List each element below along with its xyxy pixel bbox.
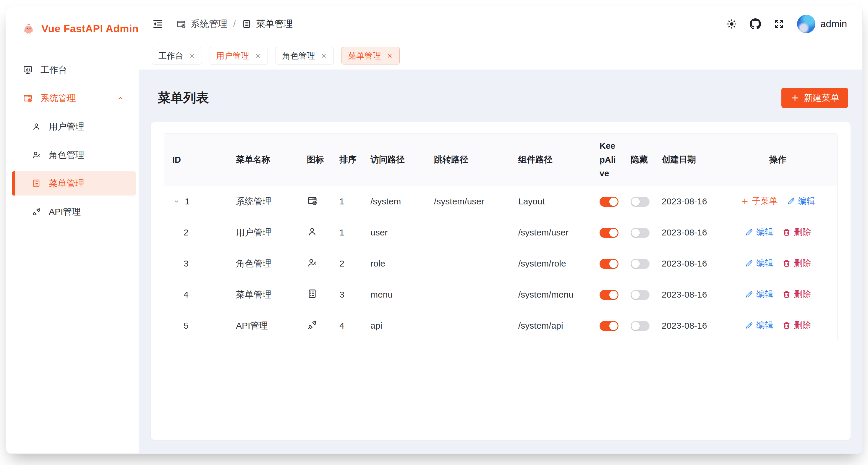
- breadcrumb-item-menus[interactable]: 菜单管理: [242, 18, 293, 30]
- cell-name: 系统管理: [228, 186, 299, 217]
- tab-menus[interactable]: 菜单管理: [341, 47, 400, 64]
- tab-users[interactable]: 用户管理: [210, 47, 268, 64]
- delete-button[interactable]: 删除: [782, 319, 811, 331]
- menu-list-icon: [307, 288, 317, 299]
- close-icon[interactable]: [189, 52, 195, 59]
- table-row: 4 菜单管理 3 menu /system/menu 2023-08-16: [164, 279, 837, 310]
- user-menu[interactable]: admin: [797, 15, 847, 33]
- hidden-toggle[interactable]: [630, 290, 650, 300]
- theme-sun-icon[interactable]: [726, 18, 737, 30]
- cell-order: 1: [331, 217, 362, 248]
- cell-component: /system/menu: [510, 279, 591, 310]
- window-settings-icon: [23, 93, 33, 103]
- monitor-icon: [23, 65, 33, 75]
- cell-order: 1: [331, 186, 362, 217]
- col-created: 创建日期: [653, 134, 718, 186]
- app-logo[interactable]: Vue FastAPI Admin: [6, 6, 138, 51]
- add-submenu-button[interactable]: 子菜单: [741, 195, 778, 207]
- pencil-icon: [745, 259, 753, 268]
- user-icon: [307, 226, 317, 237]
- cell-order: 3: [331, 279, 362, 310]
- tab-workbench[interactable]: 工作台: [152, 47, 202, 64]
- col-path: 访问路径: [362, 134, 426, 186]
- close-icon[interactable]: [254, 52, 261, 59]
- sidebar: Vue FastAPI Admin 工作台 系统管理 用户管理 角色管理: [6, 6, 139, 454]
- menu-list-icon: [32, 179, 41, 188]
- keepalive-toggle[interactable]: [599, 259, 618, 269]
- hidden-toggle[interactable]: [630, 197, 650, 207]
- app-title: Vue FastAPI Admin: [41, 23, 138, 35]
- create-menu-button[interactable]: 新建菜单: [781, 88, 848, 108]
- cell-id: 3: [173, 259, 189, 269]
- cell-name: 角色管理: [228, 248, 299, 279]
- cell-created: 2023-08-16: [653, 186, 718, 217]
- window-settings-icon: [176, 19, 186, 29]
- keepalive-toggle[interactable]: [599, 197, 618, 207]
- hidden-toggle[interactable]: [630, 259, 650, 269]
- menu-fold-icon[interactable]: [152, 18, 164, 30]
- plus-icon: [741, 197, 749, 206]
- table-frame: ID 菜单名称 图标 排序 访问路径 跳转路径 组件路径 KeepAlive 隐…: [164, 134, 838, 341]
- cell-path: menu: [362, 279, 426, 310]
- user-arrow-icon: [32, 150, 41, 160]
- sidebar-item-users[interactable]: 用户管理: [6, 114, 138, 139]
- sidebar-menu: 工作台 系统管理 用户管理 角色管理 菜单管理 API管理: [6, 51, 138, 228]
- row-expand-chevron-down-icon[interactable]: [173, 197, 181, 206]
- sidebar-item-system[interactable]: 系统管理: [6, 86, 138, 110]
- app-window: Vue FastAPI Admin 工作台 系统管理 用户管理 角色管理: [6, 6, 863, 454]
- edit-button[interactable]: 编辑: [787, 195, 815, 207]
- delete-button[interactable]: 删除: [782, 257, 811, 269]
- col-hidden: 隐藏: [622, 134, 653, 186]
- col-component: 组件路径: [510, 134, 591, 186]
- cell-id: 1: [185, 196, 190, 206]
- avatar: [797, 15, 815, 33]
- keepalive-toggle[interactable]: [599, 321, 618, 331]
- delete-button[interactable]: 删除: [782, 226, 811, 238]
- cell-redirect: [426, 248, 510, 279]
- delete-button[interactable]: 删除: [782, 288, 811, 300]
- cell-id: 2: [173, 228, 189, 237]
- sidebar-item-label: 工作台: [40, 64, 67, 76]
- content: 菜单列表 新建菜单 I: [139, 69, 862, 454]
- hidden-toggle[interactable]: [630, 321, 650, 331]
- close-icon[interactable]: [320, 52, 327, 59]
- plug-icon: [307, 319, 317, 330]
- edit-button[interactable]: 编辑: [745, 257, 773, 269]
- col-actions: 操作: [718, 134, 837, 186]
- chevron-up-icon: [116, 94, 125, 103]
- page-header: 菜单列表 新建菜单: [151, 81, 850, 114]
- fullscreen-icon[interactable]: [773, 18, 785, 30]
- github-icon[interactable]: [750, 18, 761, 30]
- username: admin: [820, 18, 847, 30]
- breadcrumb-item-system[interactable]: 系统管理: [176, 18, 227, 30]
- edit-button[interactable]: 编辑: [745, 288, 773, 300]
- pencil-icon: [745, 290, 753, 299]
- cell-redirect: [426, 310, 510, 341]
- sidebar-item-workbench[interactable]: 工作台: [6, 58, 138, 82]
- tabbar: 工作台 用户管理 角色管理 菜单管理: [139, 42, 862, 69]
- sidebar-item-label: 用户管理: [49, 121, 84, 133]
- cell-id: 5: [173, 321, 189, 331]
- cell-redirect: /system/user: [426, 186, 510, 217]
- hidden-toggle[interactable]: [630, 228, 650, 238]
- cell-order: 4: [331, 310, 362, 341]
- sidebar-item-roles[interactable]: 角色管理: [6, 143, 138, 167]
- table-row: 5 API管理 4 api /system/api 2023-08-16: [164, 310, 837, 341]
- sidebar-item-apis[interactable]: API管理: [6, 200, 138, 224]
- edit-button[interactable]: 编辑: [745, 319, 773, 331]
- pencil-icon: [745, 321, 753, 330]
- edit-button[interactable]: 编辑: [745, 226, 773, 238]
- sidebar-item-menus[interactable]: 菜单管理: [12, 171, 136, 196]
- tab-roles[interactable]: 角色管理: [276, 47, 334, 64]
- cell-path: /system: [362, 186, 426, 217]
- close-icon[interactable]: [386, 52, 393, 59]
- col-icon: 图标: [299, 134, 331, 186]
- menu-list-icon: [242, 19, 252, 29]
- keepalive-toggle[interactable]: [599, 290, 618, 300]
- user-icon: [32, 122, 41, 131]
- sidebar-item-label: 菜单管理: [49, 177, 84, 190]
- topbar: 系统管理 / 菜单管理 admin: [139, 6, 862, 42]
- keepalive-toggle[interactable]: [599, 228, 618, 238]
- pencil-icon: [745, 228, 753, 237]
- cell-created: 2023-08-16: [653, 310, 718, 341]
